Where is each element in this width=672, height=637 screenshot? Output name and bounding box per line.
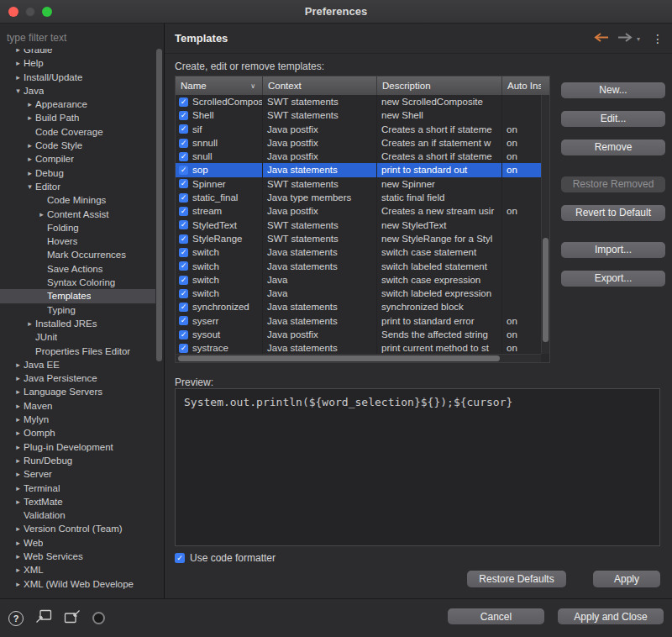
- sidebar-item-compiler[interactable]: ▸Compiler: [0, 152, 155, 166]
- sidebar-item-terminal[interactable]: ▸Terminal: [0, 482, 155, 495]
- sidebar-item-build-path[interactable]: ▸Build Path: [0, 111, 155, 124]
- sidebar-item-validation[interactable]: Validation: [0, 508, 155, 522]
- help-icon[interactable]: ?: [8, 611, 24, 626]
- use-code-formatter-checkbox[interactable]: ✓: [175, 553, 185, 563]
- column-header-name[interactable]: Name ∨: [176, 76, 263, 95]
- chevron-right-icon[interactable]: ▸: [24, 152, 35, 166]
- chevron-right-icon[interactable]: ▸: [13, 71, 24, 84]
- restore-defaults-button[interactable]: Restore Defaults: [467, 571, 566, 587]
- sidebar-item-maven[interactable]: ▸Maven: [0, 399, 155, 413]
- sidebar-item-folding[interactable]: Folding: [0, 221, 155, 234]
- template-enabled-checkbox[interactable]: ✓: [179, 316, 188, 325]
- back-icon[interactable]: [593, 31, 610, 46]
- column-header-context[interactable]: Context: [263, 76, 377, 95]
- edit-button[interactable]: Edit...: [561, 111, 665, 127]
- restore-removed-button[interactable]: Restore Removed: [561, 176, 665, 192]
- table-row[interactable]: ✓sifJava postfixCreates a short if state…: [176, 123, 541, 136]
- sidebar-item-xml[interactable]: ▸XML: [0, 563, 155, 576]
- sidebar-item-oomph[interactable]: ▸Oomph: [0, 426, 155, 440]
- sidebar-item-editor[interactable]: ▾Editor: [0, 180, 155, 193]
- table-row[interactable]: ✓switchJava statementsswitch case statem…: [176, 245, 541, 259]
- recorder-icon[interactable]: [92, 612, 105, 624]
- template-enabled-checkbox[interactable]: ✓: [179, 179, 188, 188]
- sidebar-item-code-coverage[interactable]: Code Coverage: [0, 125, 155, 139]
- column-header-description[interactable]: Description: [377, 76, 502, 95]
- template-enabled-checkbox[interactable]: ✓: [179, 193, 188, 203]
- sidebar-item-gradle[interactable]: ▸Gradle: [0, 49, 155, 56]
- table-horizontal-scrollbar[interactable]: [176, 354, 541, 362]
- sidebar-item-server[interactable]: ▸Server: [0, 467, 155, 481]
- chevron-right-icon[interactable]: ▸: [13, 385, 24, 398]
- template-enabled-checkbox[interactable]: ✓: [179, 207, 188, 216]
- sidebar-item-textmate[interactable]: ▸TextMate: [0, 495, 155, 508]
- apply-button[interactable]: Apply: [593, 571, 660, 587]
- template-enabled-checkbox[interactable]: ✓: [179, 261, 188, 271]
- sidebar-item-install-update[interactable]: ▸Install/Update: [0, 71, 155, 84]
- chevron-right-icon[interactable]: ▸: [13, 399, 24, 413]
- table-horizontal-scrollbar-thumb[interactable]: [178, 355, 500, 361]
- table-vertical-scrollbar-thumb[interactable]: [543, 238, 549, 342]
- zoom-window-button[interactable]: [42, 7, 52, 17]
- template-enabled-checkbox[interactable]: ✓: [179, 248, 188, 257]
- sidebar-item-typing[interactable]: Typing: [0, 303, 155, 317]
- table-row[interactable]: ✓static_finalJava type membersstatic fin…: [176, 191, 541, 204]
- sidebar-item-java[interactable]: ▾Java: [0, 84, 155, 97]
- sidebar-item-templates[interactable]: Templates: [0, 289, 155, 303]
- sidebar-item-junit[interactable]: JUnit: [0, 330, 155, 344]
- cancel-button[interactable]: Cancel: [448, 608, 544, 624]
- sidebar-item-appearance[interactable]: ▸Appearance: [0, 97, 155, 111]
- chevron-down-icon[interactable]: ▾: [24, 180, 35, 193]
- table-row[interactable]: ✓sopJava statementsprint to standard out…: [176, 163, 541, 176]
- apply-and-close-button[interactable]: Apply and Close: [558, 608, 664, 624]
- close-window-button[interactable]: [8, 7, 18, 17]
- chevron-right-icon[interactable]: ▸: [13, 467, 24, 481]
- chevron-right-icon[interactable]: ▸: [13, 56, 24, 70]
- sidebar-item-xml-wild-web-develope[interactable]: ▸XML (Wild Web Develope: [0, 577, 155, 591]
- sidebar-item-help[interactable]: ▸Help: [0, 56, 155, 70]
- sidebar-item-properties-files-editor[interactable]: Properties Files Editor: [0, 345, 155, 358]
- chevron-right-icon[interactable]: ▸: [13, 358, 24, 371]
- sidebar-item-mylyn[interactable]: ▸Mylyn: [0, 413, 155, 426]
- chevron-right-icon[interactable]: ▸: [24, 166, 35, 180]
- filter-input[interactable]: [7, 30, 141, 45]
- sidebar-item-code-style[interactable]: ▸Code Style: [0, 139, 155, 152]
- sidebar-item-java-persistence[interactable]: ▸Java Persistence: [0, 371, 155, 385]
- template-enabled-checkbox[interactable]: ✓: [179, 276, 188, 285]
- preview-box[interactable]: System.out.println(${word_selection}${})…: [175, 388, 660, 546]
- view-menu-icon[interactable]: ⋮: [652, 33, 664, 45]
- remove-button[interactable]: Remove: [561, 140, 665, 155]
- table-row[interactable]: ✓snnullJava postfixCreates an if stateme…: [176, 136, 541, 150]
- chevron-right-icon[interactable]: ▸: [13, 454, 24, 467]
- chevron-right-icon[interactable]: ▸: [24, 97, 35, 111]
- sidebar-item-content-assist[interactable]: ▸Content Assist: [0, 208, 155, 221]
- sidebar-item-web-services[interactable]: ▸Web Services: [0, 550, 155, 563]
- table-row[interactable]: ✓switchJavaswitch case expression: [176, 273, 541, 287]
- chevron-right-icon[interactable]: ▸: [24, 139, 35, 152]
- new-button[interactable]: New...: [561, 82, 665, 98]
- template-enabled-checkbox[interactable]: ✓: [179, 166, 188, 175]
- sidebar-item-debug[interactable]: ▸Debug: [0, 166, 155, 180]
- sidebar-item-installed-jres[interactable]: ▸Installed JREs: [0, 317, 155, 330]
- sidebar-item-run-debug[interactable]: ▸Run/Debug: [0, 454, 155, 467]
- chevron-right-icon[interactable]: ▸: [36, 208, 47, 221]
- template-enabled-checkbox[interactable]: ✓: [179, 139, 188, 148]
- forward-dropdown-icon[interactable]: ▾: [637, 35, 640, 43]
- export-button[interactable]: Export...: [561, 271, 665, 287]
- sidebar-item-web[interactable]: ▸Web: [0, 536, 155, 550]
- template-enabled-checkbox[interactable]: ✓: [179, 220, 188, 229]
- table-row[interactable]: ✓systraceJava statementsprint current me…: [176, 341, 541, 354]
- chevron-right-icon[interactable]: ▸: [13, 536, 24, 550]
- chevron-right-icon[interactable]: ▸: [24, 317, 35, 330]
- template-enabled-checkbox[interactable]: ✓: [179, 330, 188, 340]
- sidebar-item-mark-occurrences[interactable]: Mark Occurrences: [0, 248, 155, 261]
- chevron-right-icon[interactable]: ▸: [13, 413, 24, 426]
- use-code-formatter[interactable]: ✓ Use code formatter: [175, 552, 276, 564]
- table-row[interactable]: ✓ScrolledCompositeSWT statementsnew Scro…: [176, 95, 541, 108]
- table-row[interactable]: ✓StyledTextSWT statementsnew StyledText: [176, 218, 541, 232]
- chevron-right-icon[interactable]: ▸: [13, 495, 24, 508]
- table-row[interactable]: ✓switchJava statementsswitch labeled sta…: [176, 260, 541, 273]
- table-row[interactable]: ✓switchJavaswitch labeled expression: [176, 287, 541, 300]
- template-enabled-checkbox[interactable]: ✓: [179, 111, 188, 120]
- table-row[interactable]: ✓SpinnerSWT statementsnew Spinner: [176, 177, 541, 191]
- export-preferences-icon[interactable]: [64, 609, 81, 627]
